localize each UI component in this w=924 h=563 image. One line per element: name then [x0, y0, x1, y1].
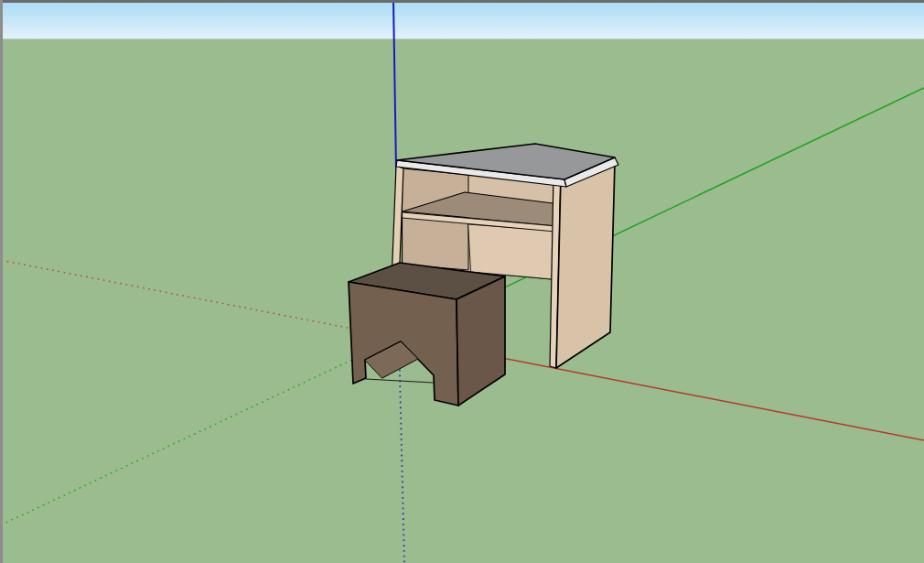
window-border-left	[0, 0, 3, 563]
3d-viewport[interactable]	[0, 0, 924, 563]
stool-model[interactable]	[349, 263, 505, 406]
desk-interior-lower-right-panel[interactable]	[468, 224, 554, 279]
stool-arch-far-edge[interactable]	[366, 379, 433, 383]
window-border-top	[0, 0, 924, 3]
scene-canvas	[0, 0, 924, 563]
desk-right-side-panel[interactable]	[556, 163, 615, 368]
red-axis-negative	[0, 260, 399, 338]
blue-axis-negative	[399, 338, 404, 563]
stool-right-face[interactable]	[457, 276, 505, 406]
green-axis-negative	[0, 338, 399, 525]
